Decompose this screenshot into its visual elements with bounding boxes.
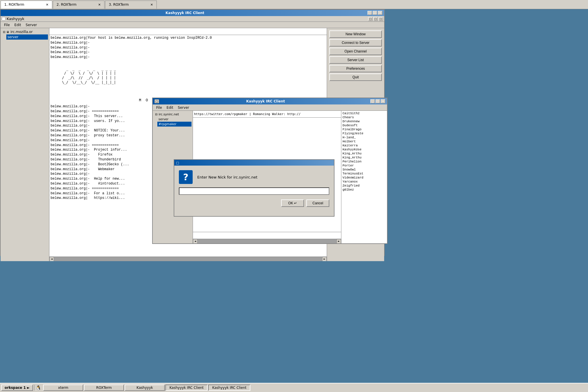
- user-9[interactable]: KashyykUse: [342, 148, 386, 152]
- close-btn[interactable]: ✕: [378, 11, 382, 15]
- h-scrollbar[interactable]: ◄ ►: [49, 257, 327, 261]
- dialog-row: ? Enter New Nick for irc.synirc.net: [179, 170, 329, 184]
- second-server-label: irc.synirc.net: [158, 112, 179, 116]
- taskbar-roxterm[interactable]: ROXTerm: [84, 385, 124, 391]
- second-tree-root[interactable]: ⊟ irc.synirc.net: [154, 112, 192, 117]
- float-btn2[interactable]: □: [373, 17, 378, 21]
- scroll-right-btn[interactable]: ►: [322, 257, 327, 261]
- tree-child-label: server: [7, 35, 18, 39]
- user-14[interactable]: SnowOwl: [342, 168, 386, 172]
- second-close-btn[interactable]: ✕: [381, 99, 385, 103]
- topic-bar: https://twitter.com/rpgmaker | Romancing…: [193, 111, 341, 118]
- scroll-track[interactable]: [54, 257, 322, 261]
- user-15[interactable]: TerminusEst: [342, 172, 386, 176]
- quit-btn[interactable]: Quit: [329, 73, 382, 81]
- open-channel-btn[interactable]: Open Channel: [329, 48, 382, 55]
- tab-1-close[interactable]: ✕: [44, 3, 49, 7]
- tab-3-close[interactable]: ✕: [148, 3, 153, 7]
- user-10[interactable]: King_Arthu: [342, 152, 386, 156]
- kashyyyk-checkbox[interactable]: [2, 17, 5, 21]
- user-2[interactable]: Drukennew: [342, 119, 386, 123]
- taskbar-icon-area: 🐧: [36, 385, 41, 391]
- second-minimize-btn[interactable]: _: [370, 99, 375, 103]
- scroll-left-btn[interactable]: ◄: [49, 257, 54, 261]
- dialog-question-icon: ?: [179, 170, 193, 184]
- float-btn1[interactable]: □: [368, 17, 373, 21]
- second-tree-channel[interactable]: #rpgmaker: [157, 122, 192, 127]
- top-bar-row: Kashyyyk □ □ □: [1, 16, 384, 22]
- dialog-nick-input[interactable]: [179, 187, 329, 195]
- user-7[interactable]: Holbert: [342, 139, 386, 143]
- connect-server-btn[interactable]: Connect to Server: [329, 39, 382, 46]
- user-16[interactable]: VideoWizard: [342, 176, 386, 180]
- float-btn3[interactable]: □: [378, 17, 383, 21]
- tab-2-label: 2. ROXTerm: [57, 3, 76, 7]
- user-3[interactable]: Dudesoft: [342, 123, 386, 127]
- tree-server-child[interactable]: server: [6, 34, 48, 40]
- workspace-label: orkspace 1 ►: [5, 386, 30, 390]
- user-6[interactable]: H-land_: [342, 135, 386, 139]
- preferences-btn[interactable]: Preferences: [329, 65, 382, 72]
- user-0[interactable]: CaitSith2: [342, 111, 386, 115]
- dialog-ok-btn[interactable]: OK ↵: [281, 199, 304, 207]
- maximize-btn[interactable]: □: [373, 11, 377, 15]
- user-11[interactable]: King_Arthu: [342, 156, 386, 160]
- taskbar-start[interactable]: orkspace 1 ►: [1, 385, 33, 391]
- user-1[interactable]: Chears: [342, 115, 386, 119]
- dialog-icon-sm: □: [176, 161, 179, 165]
- second-scroll-left[interactable]: ◄: [193, 239, 198, 244]
- menu-server[interactable]: Server: [23, 22, 39, 28]
- second-menu-edit[interactable]: Edit: [164, 105, 175, 110]
- second-server-child1: server: [158, 117, 169, 121]
- menu-edit[interactable]: Edit: [12, 22, 23, 28]
- tree-server-icon: 🖥: [6, 30, 9, 34]
- user-5[interactable]: FlyingJeste: [342, 131, 386, 135]
- user-12[interactable]: Perihelion: [342, 160, 386, 164]
- menu-file[interactable]: File: [2, 22, 12, 28]
- tab-3[interactable]: 3. ROXTerm ✕: [105, 1, 157, 9]
- user-19[interactable]: g0lbez: [342, 188, 386, 192]
- chat-input-bar[interactable]: [49, 28, 327, 35]
- main-title-bar: Kashyyyk IRC Client _ □ ✕: [1, 10, 384, 16]
- second-title-controls: _ □ ✕: [370, 99, 385, 103]
- second-menu-file[interactable]: File: [154, 105, 164, 110]
- user-17[interactable]: Yarcanox: [342, 180, 386, 184]
- taskbar-xterm-icon: 🐧: [36, 385, 41, 391]
- second-scroll-track[interactable]: [198, 239, 336, 243]
- main-menu-bar: File Edit Server: [1, 22, 384, 28]
- msg-0: belew.mozilla.org|Your host is belew.moz…: [51, 36, 326, 40]
- server-list-btn[interactable]: Server List: [329, 56, 382, 64]
- user-4[interactable]: FinalDrago: [342, 127, 386, 131]
- users-list: CaitSith2 Chears Drukennew Dudesoft Fina…: [341, 111, 387, 243]
- dialog-content: ? Enter New Nick for irc.synirc.net: [174, 166, 334, 199]
- second-menu-server[interactable]: Server: [175, 105, 191, 110]
- top-tabs: 1. ROXTerm ✕ 2. ROXTerm ✕ 3. ROXTerm ✕: [0, 0, 588, 9]
- tree-server-root[interactable]: ⊟ 🖥 irc.mozilla.or: [2, 29, 48, 34]
- new-window-btn[interactable]: New Window: [329, 30, 382, 38]
- chat-input-field[interactable]: [49, 28, 327, 35]
- main-window-title: Kashyyyk IRC Client: [2, 11, 368, 15]
- taskbar-xterm[interactable]: xterm: [43, 385, 83, 391]
- second-window-icon: □: [154, 99, 159, 103]
- second-chat-input[interactable]: [193, 232, 341, 239]
- dialog-prompt: Enter New Nick for irc.synirc.net: [197, 175, 258, 179]
- taskbar-kashyyyk-irc-2[interactable]: Kashyyyk IRC Client: [208, 385, 250, 391]
- user-8[interactable]: Kaiterra: [342, 143, 386, 148]
- tab-2-close[interactable]: ✕: [96, 3, 101, 7]
- tab-2[interactable]: 2. ROXTerm ✕: [53, 1, 105, 9]
- second-maximize-btn[interactable]: □: [376, 99, 380, 103]
- taskbar-kashyyyk[interactable]: Kashyyyk: [125, 385, 165, 391]
- kashyyyk-label: Kashyyyk: [7, 17, 24, 21]
- second-tree-server[interactable]: server: [157, 117, 192, 122]
- second-hscrollbar[interactable]: ◄ ►: [193, 239, 341, 243]
- tree-server-label: irc.mozilla.or: [10, 30, 32, 34]
- minimize-btn[interactable]: _: [368, 11, 372, 15]
- tab-1[interactable]: 1. ROXTerm ✕: [1, 1, 52, 9]
- msg-2: belew.mozilla.org|-: [51, 45, 326, 50]
- user-18[interactable]: Zeigfried: [342, 184, 386, 188]
- ascii-art: _ _ _ _ _ _ _ _ _ / \/ \ / \/ \ | | | | …: [51, 60, 326, 97]
- taskbar-kashyyyk-irc-1[interactable]: Kashyyyk IRC Client: [165, 385, 208, 391]
- dialog-cancel-btn[interactable]: Cancel: [306, 199, 329, 207]
- second-scroll-right[interactable]: ►: [336, 239, 341, 244]
- user-13[interactable]: Porter: [342, 164, 386, 168]
